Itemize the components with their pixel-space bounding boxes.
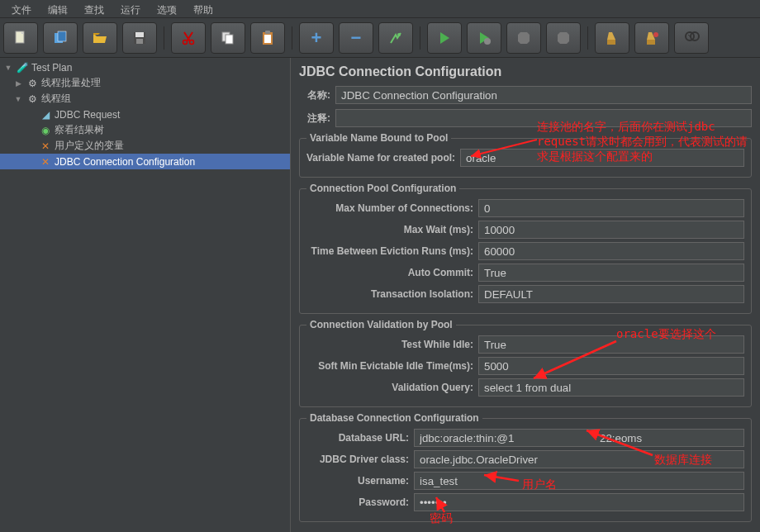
tree-batch[interactable]: ▶ ⚙ 线程批量处理 (0, 75, 290, 91)
config-icon: ✕ (39, 155, 52, 169)
svg-rect-4 (135, 32, 144, 37)
maxwait-label: Max Wait (ms): (306, 224, 478, 235)
varbound-fieldset: Variable Name Bound to Pool Variable Nam… (299, 132, 752, 178)
svg-point-14 (484, 38, 491, 45)
open-button[interactable] (83, 22, 117, 54)
dburl-label: Database URL: (306, 432, 414, 444)
copy-button[interactable] (211, 22, 245, 54)
varbound-legend: Variable Name Bound to Pool (306, 132, 451, 144)
poolname-label: Variable Name for created pool: (306, 152, 460, 164)
pool-legend: Connection Pool Configuration (306, 183, 459, 194)
user-label: Username: (306, 475, 414, 487)
menu-search[interactable]: 查找 (76, 2, 112, 16)
menubar: 文件 编辑 查找 运行 选项 帮助 (0, 0, 760, 18)
stop-button[interactable] (506, 22, 541, 54)
tree-toggle-icon[interactable]: ▶ (13, 79, 23, 88)
new-button[interactable] (3, 22, 38, 54)
comment-input[interactable] (335, 109, 752, 127)
panel-title: JDBC Connection Configuration (299, 64, 752, 79)
config-panel: JDBC Connection Configuration 名称: 注释: Va… (291, 58, 760, 532)
tree-label: 线程批量处理 (41, 76, 101, 90)
vars-icon: ✕ (39, 140, 52, 153)
toolbar: + − (0, 18, 760, 58)
save-button[interactable] (122, 22, 157, 54)
pass-input[interactable] (414, 493, 744, 511)
isolation-select[interactable] (478, 285, 744, 303)
tree-uservars[interactable]: ✕ 用户定义的变量 (0, 138, 290, 154)
isolation-label: Transaction Isolation: (306, 288, 478, 300)
tree-panel: ▼ 🧪 Test Plan ▶ ⚙ 线程批量处理 ▼ ⚙ 线程组 ◢ JDBC … (0, 58, 291, 532)
maxconn-label: Max Number of Connections: (306, 202, 478, 214)
tree-toggle-icon[interactable]: ▼ (13, 95, 23, 103)
svg-point-7 (190, 40, 194, 44)
clear-all-button[interactable] (634, 22, 669, 54)
svg-rect-11 (264, 35, 271, 43)
cut-button[interactable] (171, 22, 206, 54)
comment-label: 注释: (299, 112, 330, 126)
tree-testplan[interactable]: ▼ 🧪 Test Plan (0, 59, 290, 75)
softevict-label: Soft Min Evictable Idle Time(ms): (306, 360, 478, 372)
dburl-input[interactable] (414, 429, 744, 447)
poolname-input[interactable] (460, 149, 744, 167)
driver-label: JDBC Driver class: (306, 454, 414, 465)
search-button[interactable] (674, 22, 709, 54)
menu-edit[interactable]: 编辑 (40, 2, 76, 16)
menu-help[interactable]: 帮助 (185, 2, 221, 16)
valquery-label: Validation Query: (306, 382, 478, 393)
shutdown-button[interactable] (546, 22, 581, 54)
tree-label: JDBC Request (55, 109, 120, 121)
eviction-label: Time Between Eviction Runs (ms): (306, 245, 478, 257)
tree-viewresults[interactable]: ◉ 察看结果树 (0, 122, 290, 138)
start-noTimers-button[interactable] (467, 22, 501, 54)
request-icon: ◢ (39, 108, 52, 121)
tree-toggle-icon[interactable]: ▼ (3, 64, 13, 72)
templates-button[interactable] (43, 22, 78, 54)
expand-button[interactable]: + (299, 22, 334, 54)
svg-point-6 (183, 40, 188, 44)
svg-rect-15 (607, 40, 615, 45)
svg-rect-2 (58, 31, 66, 41)
start-button[interactable] (427, 22, 462, 54)
svg-rect-5 (136, 39, 143, 44)
db-fieldset: Database Connection Configuration Databa… (299, 412, 752, 522)
tree-label: JDBC Connection Configuration (55, 156, 195, 168)
user-input[interactable] (414, 472, 744, 490)
validation-fieldset: Connection Validation by Pool Test While… (299, 319, 752, 407)
autocommit-label: Auto Commit: (306, 267, 478, 278)
tree-label: 用户定义的变量 (55, 139, 124, 153)
menu-options[interactable]: 选项 (149, 2, 185, 16)
toggle-button[interactable] (378, 22, 413, 54)
svg-rect-9 (226, 35, 233, 44)
pool-fieldset: Connection Pool Configuration Max Number… (299, 183, 752, 314)
validation-legend: Connection Validation by Pool (306, 319, 456, 330)
maxconn-input[interactable] (478, 199, 744, 217)
name-input[interactable] (335, 86, 752, 104)
name-label: 名称: (299, 88, 330, 102)
tree-label: 线程组 (41, 92, 71, 106)
pass-label: Password: (306, 496, 414, 508)
db-legend: Database Connection Configuration (306, 412, 482, 424)
softevict-input[interactable] (478, 357, 744, 375)
clear-button[interactable] (595, 22, 629, 54)
driver-input[interactable] (414, 450, 744, 468)
testplan-icon: 🧪 (16, 61, 29, 74)
results-icon: ◉ (39, 124, 52, 137)
svg-point-17 (653, 32, 658, 37)
tree-jdbcconn[interactable]: ✕ JDBC Connection Configuration (0, 154, 290, 169)
menu-run[interactable]: 运行 (112, 2, 149, 16)
testidle-select[interactable] (478, 335, 744, 354)
menu-file[interactable]: 文件 (3, 2, 40, 16)
tree-label: 察看结果树 (55, 123, 104, 137)
valquery-input[interactable] (478, 378, 744, 397)
svg-rect-16 (647, 40, 655, 45)
maxwait-input[interactable] (478, 221, 744, 239)
tree-label: Test Plan (31, 62, 72, 74)
testidle-label: Test While Idle: (306, 339, 478, 350)
paste-button[interactable] (250, 22, 285, 54)
eviction-input[interactable] (478, 242, 744, 260)
autocommit-select[interactable] (478, 264, 744, 282)
collapse-button[interactable]: − (339, 22, 373, 54)
svg-point-13 (397, 33, 401, 36)
tree-jdbcreq[interactable]: ◢ JDBC Request (0, 107, 290, 122)
tree-threadgroup[interactable]: ▼ ⚙ 线程组 (0, 91, 290, 107)
